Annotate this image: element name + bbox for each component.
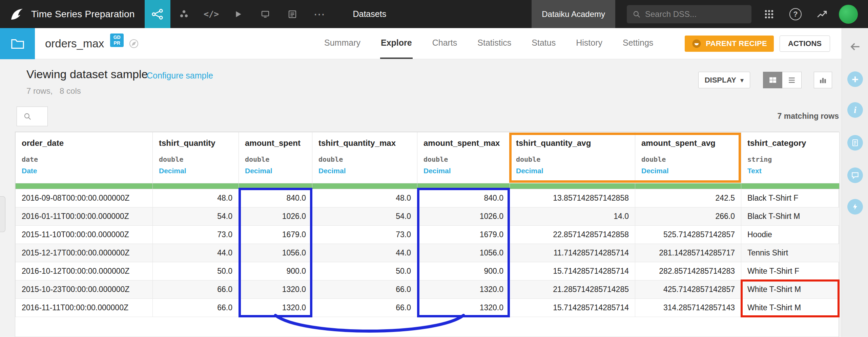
tab-statistics[interactable]: Statistics bbox=[477, 28, 512, 59]
add-panel-button[interactable]: + bbox=[847, 71, 863, 87]
cell-r0-c0: 2016-09-08T00:00:00.000000Z bbox=[16, 189, 153, 207]
trend-icon bbox=[816, 8, 828, 20]
column-name: amount_spent_avg bbox=[635, 132, 741, 148]
navigate-around-button[interactable] bbox=[128, 38, 139, 49]
tab-status[interactable]: Status bbox=[531, 28, 556, 59]
cell-r3-c4: 1056.0 bbox=[417, 244, 510, 262]
column-header-amount_spent_avg[interactable]: amount_spent_avgdoubleDecimal bbox=[635, 132, 741, 183]
column-meaning[interactable]: Decimal bbox=[635, 163, 741, 175]
column-meaning[interactable]: Decimal bbox=[312, 163, 417, 175]
cell-r2-c7: Hoodie bbox=[741, 226, 840, 244]
column-storage-type: double bbox=[510, 148, 635, 163]
tab-summary[interactable]: Summary bbox=[324, 28, 361, 59]
list-view-button[interactable] bbox=[782, 72, 802, 88]
cell-r4-c3: 50.0 bbox=[312, 262, 417, 280]
parent-recipe-button[interactable]: PARENT RECIPE bbox=[685, 36, 774, 52]
column-meaning[interactable]: Text bbox=[741, 163, 839, 175]
dataiku-logo[interactable] bbox=[9, 6, 24, 22]
column-meaning[interactable]: Decimal bbox=[153, 163, 239, 175]
search-dss-box[interactable] bbox=[627, 5, 751, 23]
dataset-header-bar: orders_max GD PR Summary Explore Charts … bbox=[0, 28, 868, 59]
column-meaning[interactable]: Date bbox=[16, 163, 152, 175]
cell-r5-c4: 1320.0 bbox=[417, 280, 510, 299]
activity-panel-button[interactable] bbox=[847, 199, 863, 215]
tab-history[interactable]: History bbox=[575, 28, 603, 59]
breadcrumb-datasets[interactable]: Datasets bbox=[353, 9, 386, 19]
wiki-nav-button[interactable] bbox=[279, 0, 306, 28]
table-search-button[interactable] bbox=[17, 107, 48, 126]
cell-r5-c1: 66.0 bbox=[153, 280, 239, 299]
validity-bar-tshirt_quantity bbox=[153, 183, 239, 189]
cell-r6-c7: White T-Shirt M bbox=[741, 299, 840, 317]
configure-sample-link[interactable]: Configure sample bbox=[147, 71, 213, 81]
dataiku-academy-button[interactable]: Dataiku Academy bbox=[532, 0, 615, 28]
column-header-amount_spent[interactable]: amount_spentdoubleDecimal bbox=[239, 132, 312, 183]
cell-r6-c5: 15.714285714285714 bbox=[510, 299, 635, 317]
details-panel-button[interactable]: i bbox=[847, 102, 863, 118]
search-icon bbox=[632, 10, 641, 19]
column-header-tshirt_category[interactable]: tshirt_categorystringText bbox=[741, 132, 840, 183]
column-header-amount_spent_max[interactable]: amount_spent_maxdoubleDecimal bbox=[417, 132, 510, 183]
activity-button[interactable] bbox=[813, 5, 831, 23]
column-storage-type: double bbox=[635, 148, 741, 163]
column-name: tshirt_quantity_max bbox=[312, 132, 417, 148]
quick-chart-button[interactable] bbox=[814, 72, 832, 88]
discussions-panel-button[interactable] bbox=[847, 167, 863, 183]
column-meaning[interactable]: Decimal bbox=[510, 163, 635, 175]
tab-settings[interactable]: Settings bbox=[622, 28, 654, 59]
table-view-button[interactable] bbox=[763, 72, 782, 88]
column-storage-type: date bbox=[16, 148, 152, 163]
flow-nav-button[interactable] bbox=[145, 0, 170, 28]
view-toggle-group bbox=[763, 72, 802, 88]
cell-r0-c1: 48.0 bbox=[153, 189, 239, 207]
column-meaning[interactable]: Decimal bbox=[239, 163, 312, 175]
apps-grid-button[interactable] bbox=[760, 5, 778, 23]
caret-down-icon: ▾ bbox=[740, 76, 744, 84]
column-name: amount_spent bbox=[239, 132, 312, 148]
notebook-icon bbox=[287, 9, 297, 19]
gdpr-badge[interactable]: GD PR bbox=[110, 33, 124, 47]
cell-r1-c6: 266.0 bbox=[635, 207, 741, 226]
column-header-tshirt_quantity_avg[interactable]: tshirt_quantity_avgdoubleDecimal bbox=[510, 132, 635, 183]
column-header-tshirt_quantity_max[interactable]: tshirt_quantity_maxdoubleDecimal bbox=[312, 132, 417, 183]
column-meaning[interactable]: Decimal bbox=[417, 163, 510, 175]
project-title[interactable]: Time Series Preparation bbox=[31, 9, 135, 20]
cell-r4-c5: 15.714285714285714 bbox=[510, 262, 635, 280]
table-row: 2015-11-10T00:00:00.000000Z73.01679.073.… bbox=[16, 226, 840, 244]
tab-charts[interactable]: Charts bbox=[432, 28, 458, 59]
cell-r1-c5: 14.0 bbox=[510, 207, 635, 226]
lab-nav-button[interactable] bbox=[170, 0, 198, 28]
tab-explore[interactable]: Explore bbox=[380, 28, 413, 59]
column-name: tshirt_quantity bbox=[153, 132, 239, 148]
column-name: tshirt_quantity_avg bbox=[510, 132, 635, 148]
actions-button[interactable]: ACTIONS bbox=[780, 36, 830, 52]
table-view-icon bbox=[768, 76, 777, 85]
more-nav-button[interactable]: ⋯ bbox=[306, 0, 333, 28]
schema-panel-button[interactable] bbox=[847, 135, 863, 151]
column-header-tshirt_quantity[interactable]: tshirt_quantitydoubleDecimal bbox=[153, 132, 239, 183]
validity-bar-tshirt_category bbox=[741, 183, 840, 189]
column-header-order_date[interactable]: order_datedateDate bbox=[16, 132, 153, 183]
monitoring-nav-button[interactable] bbox=[252, 0, 279, 28]
cell-r6-c4: 1320.0 bbox=[417, 299, 510, 317]
user-avatar[interactable] bbox=[839, 5, 858, 24]
cell-r3-c0: 2015-12-17T00:00:00.000000Z bbox=[16, 244, 153, 262]
cell-r2-c5: 22.857142857142858 bbox=[510, 226, 635, 244]
chat-bubble-icon bbox=[851, 171, 860, 180]
cell-r6-c1: 66.0 bbox=[153, 299, 239, 317]
left-panel-handle[interactable] bbox=[0, 196, 5, 232]
display-menu-button[interactable]: DISPLAY ▾ bbox=[698, 72, 750, 88]
matching-rows-count: 7 matching rows bbox=[778, 112, 839, 121]
cell-r4-c4: 900.0 bbox=[417, 262, 510, 280]
collapse-panel-button[interactable] bbox=[849, 40, 862, 54]
dataset-name[interactable]: orders_max bbox=[45, 37, 104, 50]
help-button[interactable]: ? bbox=[787, 5, 804, 23]
dataset-type-badge[interactable] bbox=[0, 28, 35, 59]
dataset-folder-icon bbox=[10, 36, 25, 51]
search-input[interactable] bbox=[645, 9, 746, 19]
cell-r1-c2: 1026.0 bbox=[239, 207, 312, 226]
apps-grid-icon bbox=[764, 9, 774, 20]
jobs-nav-button[interactable] bbox=[225, 0, 252, 28]
code-nav-button[interactable]: </> bbox=[198, 0, 225, 28]
cell-r5-c6: 425.7142857142857 bbox=[635, 280, 741, 299]
